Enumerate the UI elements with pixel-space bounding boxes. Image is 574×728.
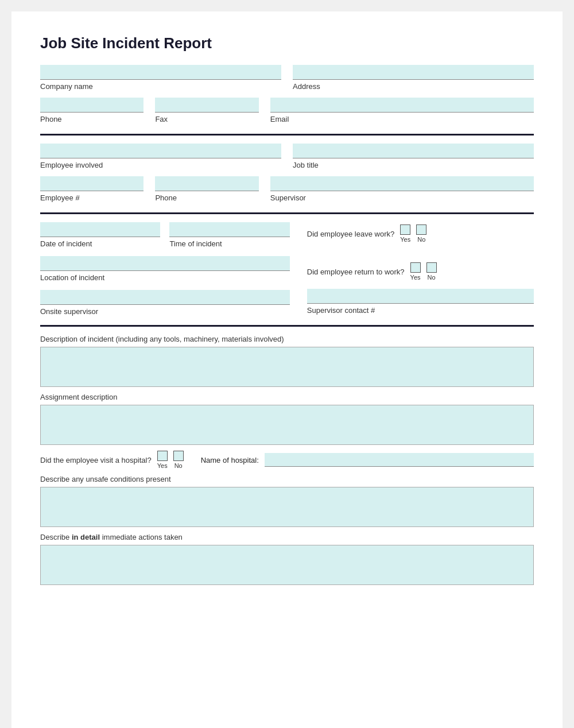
location-label: Location of incident (40, 273, 290, 282)
address-input[interactable] (293, 65, 534, 80)
assignment-textarea[interactable] (40, 405, 534, 445)
onsite-supervisor-section: Onsite supervisor (40, 290, 290, 316)
supervisor-label: Supervisor (270, 193, 534, 202)
immediate-actions-section: Describe in detail immediate actions tak… (40, 533, 534, 585)
employee-phone-label: Phone (155, 193, 258, 202)
address-section: Address (293, 65, 534, 91)
immediate-actions-label: Describe in detail immediate actions tak… (40, 533, 534, 541)
fax-label: Fax (155, 115, 258, 123)
supervisor-section: Supervisor (270, 176, 534, 202)
employee-phone-input[interactable] (155, 176, 258, 191)
spacer-1 (307, 246, 534, 262)
supervisor-contact-label: Supervisor contact # (307, 306, 534, 315)
return-work-yes-label: Yes (410, 274, 421, 281)
employee-section: Employee involved (40, 144, 281, 169)
email-section: Email (270, 98, 534, 123)
date-section: Date of incident (40, 222, 160, 248)
immediate-actions-pre: Describe (40, 533, 72, 541)
address-label: Address (293, 82, 534, 91)
date-label: Date of incident (40, 239, 160, 248)
hospital-name-label: Name of hospital: (201, 456, 259, 464)
fax-section: Fax (155, 98, 258, 123)
hospital-yes-box[interactable] (157, 451, 168, 461)
page: Job Site Incident Report Company name Ad… (11, 11, 563, 728)
hospital-no: No (173, 451, 184, 469)
leave-work-yes-box[interactable] (400, 224, 410, 235)
employee-num-label: Employee # (40, 193, 144, 202)
email-label: Email (270, 115, 534, 123)
return-work-yes: Yes (410, 262, 421, 281)
return-work-no-label: No (428, 274, 436, 281)
phone-label: Phone (40, 115, 144, 123)
location-input[interactable] (40, 256, 290, 271)
employee-label: Employee involved (40, 161, 281, 169)
incident-left: Date of incident Time of incident Locati… (40, 222, 290, 316)
onsite-supervisor-label: Onsite supervisor (40, 307, 290, 316)
company-name-input[interactable] (40, 65, 281, 80)
employee-phone-section: Phone (155, 176, 258, 202)
employee-num-section: Employee # (40, 176, 144, 202)
fax-input[interactable] (155, 98, 258, 113)
hospital-no-box[interactable] (173, 451, 184, 461)
location-section: Location of incident (40, 256, 290, 282)
incident-right: Did employee leave work? Yes No Did empl… (307, 222, 534, 315)
job-title-section: Job title (293, 144, 534, 169)
immediate-actions-bold: in detail (72, 533, 100, 541)
immediate-actions-post: immediate actions taken (100, 533, 183, 541)
hospital-question: Did the employee visit a hospital? (40, 456, 152, 464)
divider-2 (40, 212, 534, 214)
leave-work-no: No (416, 224, 426, 243)
email-input[interactable] (270, 98, 534, 113)
company-name-section: Company name (40, 65, 281, 91)
hospital-row: Did the employee visit a hospital? Yes N… (40, 451, 534, 469)
phone-input[interactable] (40, 98, 144, 113)
return-work-row: Did employee return to work? Yes No (307, 262, 534, 281)
leave-work-yes: Yes (400, 224, 410, 243)
hospital-name-input[interactable] (265, 453, 534, 467)
hospital-yes: Yes (157, 451, 168, 469)
date-input[interactable] (40, 222, 160, 237)
phone-section: Phone (40, 98, 144, 123)
supervisor-contact-input[interactable] (307, 289, 534, 304)
time-input[interactable] (169, 222, 289, 237)
return-work-yes-box[interactable] (410, 262, 421, 273)
return-work-question: Did employee return to work? (307, 268, 405, 276)
employee-num-input[interactable] (40, 176, 144, 191)
leave-work-question: Did employee leave work? (307, 230, 394, 238)
hospital-yes-label: Yes (157, 462, 168, 469)
hospital-no-label: No (174, 462, 183, 469)
supervisor-contact-section: Supervisor contact # (307, 289, 534, 315)
unsafe-conditions-label: Describe any unsafe conditions present (40, 475, 534, 483)
divider-3 (40, 325, 534, 327)
job-title-input[interactable] (293, 144, 534, 158)
description-textarea[interactable] (40, 347, 534, 387)
assignment-section: Assignment description (40, 393, 534, 445)
employee-input[interactable] (40, 144, 281, 158)
divider-1 (40, 134, 534, 135)
company-name-label: Company name (40, 82, 281, 91)
return-work-no-box[interactable] (426, 262, 437, 273)
description-label: Description of incident (including any t… (40, 335, 534, 343)
return-work-no: No (426, 262, 437, 281)
time-label: Time of incident (169, 239, 289, 248)
supervisor-input[interactable] (270, 176, 534, 191)
unsafe-conditions-textarea[interactable] (40, 487, 534, 527)
description-section: Description of incident (including any t… (40, 335, 534, 387)
job-title-label: Job title (293, 161, 534, 169)
assignment-label: Assignment description (40, 393, 534, 401)
immediate-actions-textarea[interactable] (40, 545, 534, 585)
page-title: Job Site Incident Report (40, 34, 534, 52)
onsite-supervisor-input[interactable] (40, 290, 290, 305)
leave-work-no-label: No (417, 236, 425, 243)
leave-work-no-box[interactable] (416, 224, 426, 235)
time-section: Time of incident (169, 222, 289, 248)
leave-work-row: Did employee leave work? Yes No (307, 224, 534, 243)
leave-work-yes-label: Yes (400, 236, 410, 243)
unsafe-conditions-section: Describe any unsafe conditions present (40, 475, 534, 527)
